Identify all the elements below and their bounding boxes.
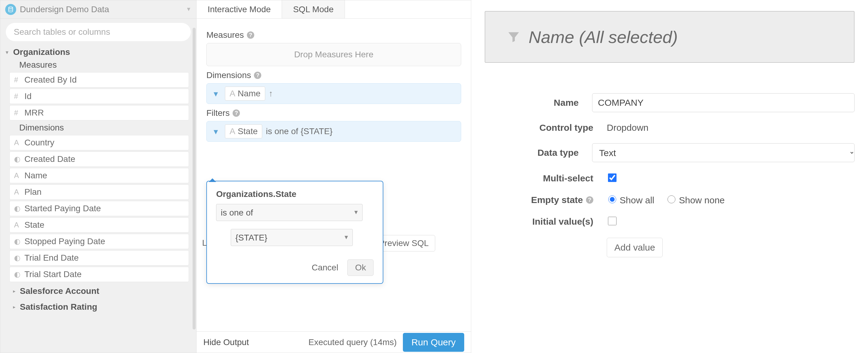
help-icon[interactable]: ? — [232, 109, 240, 117]
chevron-down-icon: ▼ — [186, 6, 191, 12]
filter-edit-popover: Organizations.State is one of {STATE} Ca… — [206, 181, 383, 284]
filter-icon — [507, 30, 521, 44]
field-mrr[interactable]: #MRR — [9, 105, 189, 120]
hash-icon: # — [14, 92, 24, 101]
filter-condition-text: is one of {STATE} — [266, 127, 332, 136]
filters-heading: Filters — [206, 108, 229, 118]
clock-icon: ◐ — [14, 155, 24, 164]
database-icon — [5, 4, 16, 15]
sort-asc-icon[interactable]: ↑ — [269, 89, 273, 99]
filters-zone[interactable]: ▾ AState is one of {STATE} — [206, 121, 461, 142]
dimensions-heading: Dimensions — [206, 70, 251, 80]
dimensions-zone[interactable]: ▾ AName ↑ — [206, 83, 461, 104]
text-icon: A — [14, 221, 24, 229]
name-input[interactable] — [592, 93, 855, 112]
tab-interactive-mode[interactable]: Interactive Mode — [196, 0, 282, 18]
tree-group-organizations[interactable]: ▾ Organizations — [2, 45, 195, 59]
chevron-right-icon: ▸ — [13, 289, 18, 293]
field-started-paying-date[interactable]: ◐Started Paying Date — [9, 201, 189, 216]
data-type-label: Data type — [485, 147, 592, 158]
help-icon[interactable]: ? — [586, 196, 593, 204]
empty-state-show-none[interactable]: Show none — [666, 195, 724, 205]
data-type-select[interactable]: Text — [592, 143, 855, 162]
multi-select-label: Multi-select — [485, 173, 607, 183]
filter-chip-state[interactable]: AState — [225, 125, 262, 138]
field-created-date[interactable]: ◐Created Date — [9, 151, 189, 167]
control-type-label: Control type — [485, 122, 607, 133]
help-icon[interactable]: ? — [247, 31, 254, 39]
run-query-button[interactable]: Run Query — [403, 333, 464, 352]
field-plan[interactable]: APlan — [9, 184, 189, 200]
initial-values-label: Initial value(s) — [485, 216, 607, 227]
multi-select-checkbox[interactable] — [608, 173, 617, 182]
control-type-value: Dropdown — [607, 122, 855, 133]
database-selector[interactable]: Dundersign Demo Data ▼ — [0, 0, 196, 19]
schema-tree: ▾ Organizations Measures #Created By Id … — [0, 45, 196, 315]
field-trial-end-date[interactable]: ◐Trial End Date — [9, 250, 189, 266]
schema-sidebar: Dundersign Demo Data ▼ ▾ Organizations M… — [0, 0, 196, 353]
mode-tabs: Interactive Mode SQL Mode — [196, 0, 471, 19]
text-icon: A — [229, 89, 235, 99]
empty-state-show-all[interactable]: Show all — [607, 195, 654, 205]
chevron-right-icon: ▸ — [13, 305, 18, 309]
clock-icon: ◐ — [14, 204, 24, 213]
query-builder-pane: Dundersign Demo Data ▼ ▾ Organizations M… — [0, 0, 471, 353]
filter-title: Name (All selected) — [529, 27, 678, 47]
tree-group-salesforce-account[interactable]: ▸Salesforce Account — [2, 283, 195, 299]
field-state[interactable]: AState — [9, 217, 189, 233]
text-icon: A — [14, 171, 24, 180]
clock-icon: ◐ — [14, 254, 24, 262]
clock-icon: ◐ — [14, 237, 24, 246]
search-input[interactable] — [6, 23, 191, 41]
config-form: Name Control type Dropdown Data type Tex… — [485, 93, 855, 257]
hide-output-link[interactable]: Hide Output — [203, 338, 249, 347]
add-value-button[interactable]: Add value — [607, 238, 662, 257]
field-id[interactable]: #Id — [9, 89, 189, 104]
measures-dropzone[interactable]: Drop Measures Here — [206, 43, 461, 66]
initial-values-checkbox[interactable] — [608, 217, 617, 225]
popover-arrow — [209, 178, 216, 182]
tree-group-satisfaction-rating[interactable]: ▸Satisfaction Rating — [2, 299, 195, 315]
database-name: Dundersign Demo Data — [20, 5, 186, 14]
filter-title-card: Name (All selected) — [485, 11, 855, 63]
dimensions-label: Dimensions — [2, 121, 195, 134]
hash-icon: # — [14, 108, 24, 117]
svg-point-0 — [8, 7, 12, 8]
field-name[interactable]: AName — [9, 168, 189, 183]
filter-config-pane: Name (All selected) Name Control type Dr… — [471, 0, 868, 353]
cancel-button[interactable]: Cancel — [310, 262, 340, 273]
field-trial-start-date[interactable]: ◐Trial Start Date — [9, 267, 189, 282]
scrollbar-thumb[interactable] — [193, 28, 196, 329]
builder-footer: Hide Output Executed query (14ms) Run Qu… — [196, 331, 471, 353]
name-label: Name — [485, 98, 592, 108]
filter-operator-select[interactable]: is one of — [216, 204, 363, 221]
text-icon: A — [14, 138, 24, 147]
text-icon: A — [14, 188, 24, 196]
builder-main: Interactive Mode SQL Mode Measures? Drop… — [196, 0, 471, 353]
hash-icon: # — [14, 76, 24, 84]
tab-sql-mode[interactable]: SQL Mode — [282, 0, 345, 18]
ok-button[interactable]: Ok — [347, 259, 374, 276]
empty-state-label: Empty state — [531, 195, 583, 205]
field-country[interactable]: ACountry — [9, 135, 189, 150]
chevron-down-icon[interactable]: ▾ — [210, 88, 221, 99]
filter-value-select[interactable]: {STATE} — [231, 229, 353, 246]
query-status: Executed query (14ms) — [308, 338, 397, 347]
dimension-chip-name[interactable]: AName — [225, 86, 265, 101]
chevron-down-icon[interactable]: ▾ — [210, 126, 221, 137]
measures-heading: Measures — [206, 30, 244, 40]
text-icon: A — [229, 127, 235, 136]
measures-label: Measures — [2, 59, 195, 71]
chevron-down-icon: ▾ — [6, 49, 13, 55]
popover-title: Organizations.State — [216, 189, 374, 199]
field-stopped-paying-date[interactable]: ◐Stopped Paying Date — [9, 234, 189, 249]
help-icon[interactable]: ? — [254, 72, 261, 79]
clock-icon: ◐ — [14, 270, 24, 279]
field-created-by-id[interactable]: #Created By Id — [9, 72, 189, 87]
